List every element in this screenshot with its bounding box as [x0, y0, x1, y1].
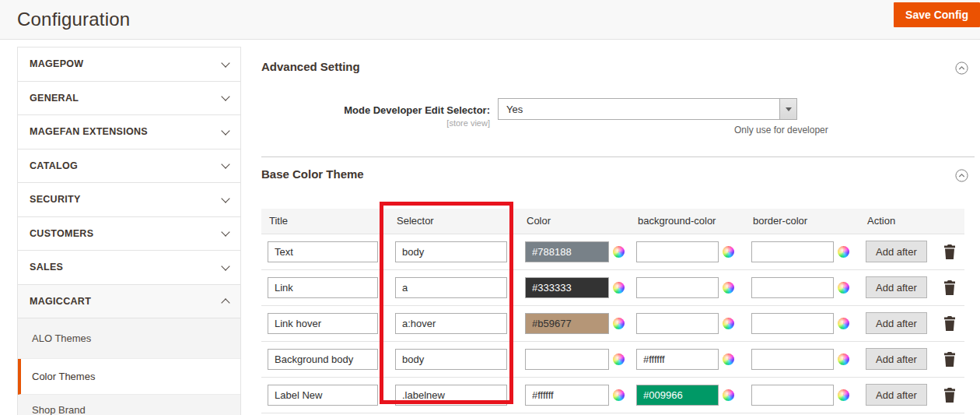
color-input[interactable] — [525, 277, 609, 298]
color-wheel-icon[interactable] — [838, 282, 849, 294]
mode-developer-label: Mode Developer Edit Selector: — [344, 104, 490, 116]
sidebar-item-shop-brand[interactable]: Shop Brand — [18, 395, 240, 415]
selector-input[interactable] — [395, 313, 507, 334]
column-header-action: Action — [859, 209, 964, 234]
add-after-button[interactable]: Add after — [866, 241, 927, 262]
background-color-input[interactable] — [636, 385, 719, 406]
background-color-input[interactable] — [636, 349, 719, 370]
chevron-up-circle-icon[interactable] — [955, 169, 968, 182]
color-input[interactable] — [525, 241, 609, 262]
select-arrow-box[interactable] — [779, 99, 796, 119]
sidebar-item-alo-themes[interactable]: ALO Themes — [18, 318, 240, 359]
sidebar-section-label: GENERAL — [30, 93, 79, 104]
chevron-up-circle-icon[interactable] — [955, 62, 968, 75]
config-sidebar: MAGEPOWGENERALMAGEFAN EXTENSIONSCATALOGS… — [17, 47, 241, 415]
border-color-input[interactable] — [751, 385, 834, 406]
column-header-color: Color — [519, 209, 630, 234]
color-wheel-icon[interactable] — [613, 246, 625, 258]
base-color-theme-title: Base Color Theme — [261, 167, 364, 181]
border-color-input[interactable] — [751, 313, 834, 334]
page-header: Configuration Save Config — [0, 0, 980, 40]
add-after-button[interactable]: Add after — [866, 384, 927, 406]
color-wheel-icon[interactable] — [613, 282, 625, 294]
sidebar-section-label: SECURITY — [30, 194, 81, 205]
chevron-down-icon — [221, 194, 229, 202]
color-input[interactable] — [525, 313, 609, 334]
field-helper-text: Only use for developer — [734, 125, 828, 135]
color-wheel-icon[interactable] — [838, 353, 849, 365]
add-after-button[interactable]: Add after — [866, 348, 927, 370]
table-header-row: TitleSelectorColorbackground-colorborder… — [261, 209, 964, 234]
column-header-selector: Selector — [389, 209, 519, 234]
color-wheel-icon[interactable] — [838, 389, 849, 401]
sidebar-section-label: MAGICCART — [30, 296, 91, 307]
sidebar-section-label: CATALOG — [30, 160, 78, 171]
background-color-input[interactable] — [636, 241, 719, 262]
chevron-down-icon — [221, 228, 229, 237]
theme-table-row: Add after — [261, 377, 964, 413]
theme-table-row: Add after — [261, 234, 964, 269]
add-after-button[interactable]: Add after — [866, 276, 927, 298]
color-wheel-icon[interactable] — [723, 389, 734, 401]
store-view-scope-label: [store view] — [261, 118, 490, 128]
color-input[interactable] — [525, 385, 609, 406]
sidebar-item-color-themes[interactable]: Color Themes — [18, 359, 240, 395]
color-wheel-icon[interactable] — [723, 246, 734, 258]
border-color-input[interactable] — [751, 241, 834, 262]
trash-icon[interactable] — [943, 280, 956, 295]
chevron-down-icon — [221, 126, 229, 135]
sidebar-section-label: MAGEFAN EXTENSIONS — [30, 126, 148, 137]
title-input[interactable] — [268, 385, 378, 406]
sidebar-section-catalog[interactable]: CATALOG — [18, 149, 240, 184]
title-input[interactable] — [268, 313, 378, 334]
sidebar-section-magiccart[interactable]: MAGICCART — [18, 285, 240, 319]
sidebar-section-label: CUSTOMERS — [30, 228, 93, 239]
trash-icon[interactable] — [943, 388, 956, 403]
title-input[interactable] — [268, 349, 378, 370]
color-input[interactable] — [525, 349, 609, 370]
background-color-input[interactable] — [636, 313, 719, 334]
sidebar-section-general[interactable]: GENERAL — [18, 82, 240, 116]
base-color-theme-table: TitleSelectorColorbackground-colorborder… — [261, 209, 964, 415]
sidebar-section-magepow[interactable]: MAGEPOW — [18, 47, 240, 82]
color-wheel-icon[interactable] — [838, 246, 849, 258]
color-wheel-icon[interactable] — [613, 353, 625, 365]
mode-developer-field-row: Mode Developer Edit Selector: [store vie… — [261, 98, 975, 135]
mode-developer-select-value: Yes — [506, 104, 523, 115]
sidebar-section-label: SALES — [30, 262, 63, 273]
add-after-button[interactable]: Add after — [866, 312, 927, 334]
sidebar-section-customers[interactable]: CUSTOMERS — [18, 217, 240, 251]
sidebar-section-label: MAGEPOW — [30, 58, 83, 69]
color-wheel-icon[interactable] — [723, 282, 734, 294]
page-title: Configuration — [17, 9, 130, 30]
chevron-down-icon — [221, 93, 229, 101]
trash-icon[interactable] — [943, 244, 956, 259]
column-header-border-color: border-color — [745, 209, 859, 234]
sidebar-section-sales[interactable]: SALES — [18, 251, 240, 285]
background-color-input[interactable] — [636, 277, 719, 298]
trash-icon[interactable] — [943, 316, 956, 331]
selector-input[interactable] — [395, 385, 507, 406]
title-input[interactable] — [268, 241, 378, 262]
selector-input[interactable] — [395, 349, 507, 370]
border-color-input[interactable] — [751, 277, 834, 298]
main-panel: Advanced Setting Mode Developer Edit Sel… — [261, 40, 975, 415]
sidebar-section-magefan-extensions[interactable]: MAGEFAN EXTENSIONS — [18, 115, 240, 149]
color-wheel-icon[interactable] — [613, 318, 625, 329]
color-wheel-icon[interactable] — [838, 318, 849, 329]
selector-input[interactable] — [395, 277, 507, 298]
chevron-down-icon — [221, 160, 229, 169]
selector-input[interactable] — [395, 241, 507, 262]
theme-table-row: Add after — [261, 341, 964, 377]
mode-developer-select[interactable]: Yes — [498, 98, 797, 120]
border-color-input[interactable] — [751, 349, 834, 370]
trash-icon[interactable] — [943, 352, 956, 367]
title-input[interactable] — [268, 277, 378, 298]
advanced-setting-title: Advanced Setting — [261, 60, 360, 73]
color-wheel-icon[interactable] — [723, 353, 734, 365]
color-wheel-icon[interactable] — [723, 318, 734, 329]
color-wheel-icon[interactable] — [613, 389, 625, 401]
sidebar-section-security[interactable]: SECURITY — [18, 183, 240, 217]
sidebar-subsection: ALO ThemesColor ThemesShop Brand — [18, 318, 240, 415]
save-config-button[interactable]: Save Config — [894, 2, 980, 27]
